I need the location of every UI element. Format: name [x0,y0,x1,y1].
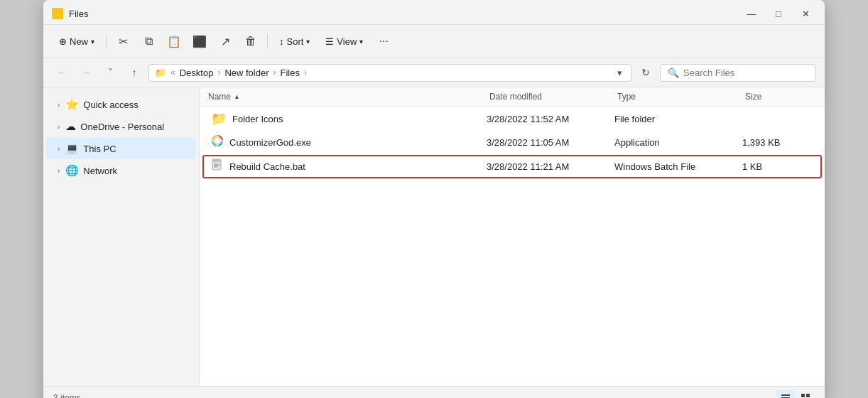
main-content: › ⭐ Quick access › ☁ OneDrive - Personal… [43,87,825,386]
rename-button[interactable]: ⬛ [188,29,212,53]
back-button[interactable]: ← [52,63,72,82]
col-header-size[interactable]: Size [745,92,816,102]
path-segment-newfolder: New folder [224,68,268,78]
path-arrow-3: › [304,68,307,77]
more-button[interactable]: ··· [371,29,396,53]
file-size: 1 KB [742,161,813,172]
sort-indicator-icon: ▲ [234,93,240,100]
grid-view-button[interactable] [796,390,815,398]
file-name: Rebuild Cache.bat [229,161,305,172]
new-button[interactable]: ⊕ New ▾ [52,33,102,50]
file-type: Windows Batch File [614,161,742,172]
path-dropdown-icon[interactable]: ▾ [614,68,625,78]
folder-icon: 📁 [211,111,227,127]
sort-button[interactable]: ↕ Sort ▾ [272,33,317,50]
svg-rect-11 [806,394,810,397]
path-arrow-1: › [217,68,220,77]
up-button[interactable]: ↑ [124,63,144,82]
view-icon: ☰ [325,36,334,47]
toolbar-separator [106,34,107,48]
path-segment-desktop: Desktop [180,68,214,78]
bat-icon [211,158,224,175]
sidebar-item-this-pc[interactable]: › 💻 This PC [46,138,196,159]
onedrive-icon: ☁ [65,120,76,133]
window-controls: — □ ✕ [741,6,816,21]
col-header-type[interactable]: Type [617,92,745,102]
address-path[interactable]: 📁 « Desktop › New folder › Files › ▾ [148,64,631,82]
view-toggle [776,390,815,398]
maximize-button[interactable]: □ [768,6,789,21]
search-icon: 🔍 [668,68,679,78]
col-header-name[interactable]: Name ▲ [208,92,489,102]
view-chevron-icon: ▾ [359,38,363,45]
refresh-button[interactable]: ↻ [636,63,656,82]
exe-icon [211,134,224,151]
toolbar: ⊕ New ▾ ✂ ⧉ 📋 ⬛ ↗ 🗑 ↕ Sort ▾ ☰ View ▾ ··… [43,25,825,58]
file-name-cell: 📁 Folder Icons [211,111,487,127]
path-segment-files: Files [281,68,300,78]
chevron-icon: › [58,167,60,175]
sort-icon: ↕ [279,36,284,47]
file-rows: 📁 Folder Icons 3/28/2022 11:52 AM File f… [200,107,825,386]
network-icon: 🌐 [65,164,79,177]
sidebar-item-onedrive[interactable]: › ☁ OneDrive - Personal [46,116,196,137]
list-view-button[interactable] [776,390,795,398]
paste-button[interactable]: 📋 [162,29,186,53]
chevron-icon: › [58,123,60,131]
table-row[interactable]: Rebuild Cache.bat 3/28/2022 11:21 AM Win… [202,155,822,178]
copy-button[interactable]: ⧉ [136,29,161,53]
path-sep-1: « [170,68,175,77]
window-icon [52,8,63,19]
svg-rect-10 [801,394,805,397]
svg-rect-3 [212,159,221,162]
sidebar-item-network[interactable]: › 🌐 Network [46,160,196,181]
sidebar-item-quick-access[interactable]: › ⭐ Quick access [46,94,196,115]
table-row[interactable]: 📁 Folder Icons 3/28/2022 11:52 AM File f… [202,107,822,130]
svg-rect-7 [781,394,790,396]
search-box: 🔍 [660,64,816,82]
toolbar-separator-2 [267,34,268,48]
file-name: Folder Icons [232,114,283,124]
path-arrow-2: › [273,68,276,77]
file-date: 3/28/2022 11:05 AM [487,137,614,148]
new-chevron-icon: ▾ [91,38,94,45]
sort-chevron-icon: ▾ [306,38,310,45]
minimize-button[interactable]: — [741,6,762,21]
file-area: Name ▲ Date modified Type Size 📁 [200,87,825,386]
file-type: Application [614,137,742,148]
chevron-icon: › [58,145,60,153]
table-row[interactable]: CustomizerGod.exe 3/28/2022 11:05 AM App… [202,131,822,154]
this-pc-icon: 💻 [65,142,79,155]
item-count: 3 items [53,393,81,398]
sidebar: › ⭐ Quick access › ☁ OneDrive - Personal… [43,87,200,386]
new-icon: ⊕ [59,36,67,47]
forward-button[interactable]: → [76,63,96,82]
file-explorer-window: Files — □ ✕ ⊕ New ▾ ✂ ⧉ 📋 ⬛ ↗ 🗑 ↕ Sort ▾… [43,0,825,398]
chevron-icon: › [58,101,60,109]
window-title: Files [69,9,741,19]
quick-access-icon: ⭐ [65,98,79,111]
title-bar: Files — □ ✕ [43,0,825,25]
file-list-header: Name ▲ Date modified Type Size [200,87,825,107]
file-name: CustomizerGod.exe [229,137,311,148]
sidebar-item-label: Quick access [83,100,138,110]
share-button[interactable]: ↗ [213,29,237,53]
file-date: 3/28/2022 11:21 AM [487,161,614,172]
sidebar-item-label: OneDrive - Personal [80,122,164,132]
col-header-date[interactable]: Date modified [489,92,617,102]
file-name-cell: Rebuild Cache.bat [211,158,487,175]
file-name-cell: CustomizerGod.exe [211,134,487,151]
view-button[interactable]: ☰ View ▾ [318,33,370,50]
close-button[interactable]: ✕ [795,6,816,21]
sidebar-item-label: Network [83,166,117,176]
delete-button[interactable]: 🗑 [239,29,263,53]
file-date: 3/28/2022 11:52 AM [487,114,614,124]
search-input[interactable] [683,68,808,78]
svg-point-1 [215,139,219,143]
dropdown-button[interactable]: ˅ [100,63,120,82]
sidebar-item-label: This PC [83,144,116,154]
status-bar: 3 items [43,386,825,398]
cut-button[interactable]: ✂ [111,29,135,53]
address-bar: ← → ˅ ↑ 📁 « Desktop › New folder › Files… [43,58,825,87]
file-size: 1,393 KB [742,137,813,148]
